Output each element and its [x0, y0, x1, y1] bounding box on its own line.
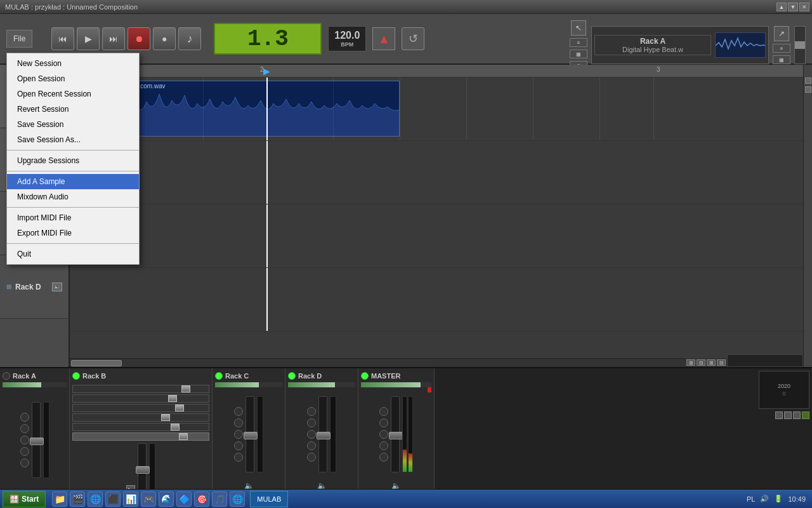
menu-item-open-recent-session[interactable]: Open Recent Session [7, 86, 139, 102]
track-item-rack-d[interactable]: ⊞ Rack D 🔈 [0, 255, 69, 319]
menu-item-save-session[interactable]: Save Session [7, 117, 139, 132]
taskbar-icon-gamepad[interactable]: 🎮 [141, 491, 156, 507]
taskbar-icon-wave[interactable]: 🌊 [159, 491, 174, 507]
taskbar-icon-ps[interactable]: 🎯 [194, 491, 209, 507]
scroll-zoom-3[interactable]: ⊞ [707, 359, 716, 366]
ch-fader-b[interactable] [138, 443, 147, 494]
ch-fader-knob-d[interactable] [317, 432, 331, 439]
mixer-ctrl-2[interactable] [784, 411, 792, 419]
menu-item-new-session[interactable]: New Session [7, 56, 139, 71]
b-slider-5[interactable] [72, 423, 209, 431]
rack-ctrl-2[interactable]: ▦ [570, 50, 587, 58]
ch-btn-m5[interactable] [379, 453, 388, 462]
menu-item-open-session[interactable]: Open Session [7, 71, 139, 86]
ch-btn-a1[interactable] [20, 413, 29, 422]
rack-nav-right-btn[interactable]: ↗ [774, 26, 789, 41]
record-button[interactable]: ⏺ [128, 27, 150, 50]
mixer-ctrl-3[interactable] [793, 411, 801, 419]
metronome-button[interactable]: ♪ [178, 27, 201, 50]
taskbar-icon-explorer[interactable]: 📁 [52, 491, 67, 507]
scrollbar-thumb[interactable] [71, 360, 122, 366]
b-slider-2[interactable] [72, 394, 209, 403]
ch-power-master[interactable] [361, 372, 369, 380]
ch-btn-m1[interactable] [379, 407, 388, 416]
b-slider-master-thumb[interactable] [179, 433, 188, 440]
ch-btn-c3[interactable] [234, 430, 243, 439]
ch-btn-d5[interactable] [307, 453, 316, 462]
zoom-out-btn[interactable] [805, 86, 811, 93]
ch-fader-knob-c[interactable] [244, 432, 258, 439]
ch-fader-knob-master[interactable] [389, 432, 403, 439]
scroll-zoom-4[interactable]: ⊟ [717, 359, 726, 366]
ch-fader-c[interactable] [246, 396, 254, 472]
rack-ctrl-1[interactable]: ≡ [570, 38, 587, 47]
close-button[interactable]: ✕ [799, 3, 809, 11]
taskbar-icon-music[interactable]: 🎵 [212, 491, 227, 507]
taskbar-active-window[interactable]: MULAB [250, 491, 288, 507]
taskbar-icon-firefox[interactable]: 🌐 [88, 491, 103, 507]
menu-item-quit[interactable]: Quit [7, 246, 139, 262]
taskbar-icon-browser[interactable]: 🌐 [230, 491, 245, 507]
maximize-button[interactable]: ▼ [788, 3, 798, 11]
ch-btn-m3[interactable] [379, 430, 388, 439]
ch-btn-c2[interactable] [234, 418, 243, 427]
b-slider-thumb-1[interactable] [181, 385, 190, 392]
minimize-button[interactable]: ▲ [776, 3, 787, 11]
scroll-zoom-2[interactable]: ⊟ [697, 359, 705, 366]
menu-item-export-midi[interactable]: Export MIDI File [7, 225, 139, 241]
menu-item-import-midi[interactable]: Import MIDI File [7, 210, 139, 225]
ch-btn-d3[interactable] [307, 430, 316, 439]
horizontal-scrollbar[interactable] [70, 358, 727, 367]
menu-item-save-session-as[interactable]: Save Session As... [7, 132, 139, 147]
ch-power-d[interactable] [288, 372, 296, 380]
ch-btn-c1[interactable] [234, 407, 243, 416]
b-slider-thumb-4[interactable] [161, 414, 170, 421]
b-slider-1[interactable] [72, 385, 209, 393]
ch-btn-a2[interactable] [20, 424, 29, 433]
ch-btn-a5[interactable] [20, 458, 29, 467]
ch-btn-d2[interactable] [307, 418, 316, 427]
menu-item-revert-session[interactable]: Revert Session [7, 102, 139, 117]
ch-fader-master[interactable] [391, 396, 400, 472]
track-mute-d[interactable]: 🔈 [52, 283, 62, 291]
b-slider-master[interactable] [72, 432, 209, 441]
ch-btn-a4[interactable] [20, 447, 29, 456]
ch-fader-knob-a[interactable] [30, 438, 44, 445]
ch-btn-m4[interactable] [379, 441, 388, 450]
play-button[interactable]: ▶ [77, 27, 100, 50]
ch-btn-c5[interactable] [234, 453, 243, 462]
ch-fader-d[interactable] [318, 396, 327, 472]
loop-icon[interactable]: ↺ [402, 27, 424, 50]
taskbar-icon-diamond[interactable]: 🔷 [176, 491, 192, 507]
taskbar-sound-icon[interactable]: 🔊 [760, 495, 769, 503]
menu-item-mixdown-audio[interactable]: Mixdown Audio [7, 189, 139, 204]
ch-fader-a[interactable] [32, 402, 41, 478]
file-menu-button[interactable]: File [6, 30, 32, 48]
b-slider-3[interactable] [72, 404, 209, 412]
forward-button[interactable]: ⏭ [102, 27, 125, 50]
ch-btn-d1[interactable] [307, 407, 316, 416]
b-slider-thumb-3[interactable] [175, 404, 184, 411]
ch-btn-a3[interactable] [20, 436, 29, 444]
menu-item-add-sample[interactable]: Add A Sample [7, 174, 139, 189]
loop-toggle-button[interactable]: ● [153, 27, 176, 50]
ch-btn-c4[interactable] [234, 441, 243, 450]
ch-btn-m2[interactable] [379, 418, 388, 427]
bpm-value[interactable]: 120.0 [334, 30, 360, 41]
mixer-ctrl-1[interactable] [775, 411, 783, 419]
b-slider-thumb-5[interactable] [171, 424, 180, 431]
ch-power-a[interactable] [3, 372, 10, 380]
metronome-icon[interactable]: ▲ [372, 27, 395, 50]
ch-btn-d4[interactable] [307, 441, 316, 450]
menu-item-upgrade-sessions[interactable]: Upgrade Sessions [7, 153, 139, 168]
b-slider-4[interactable] [72, 413, 209, 422]
mixer-ctrl-4[interactable] [802, 411, 809, 419]
taskbar-icon-calc[interactable]: 📊 [123, 491, 138, 507]
ch-power-b[interactable] [72, 372, 80, 380]
start-button[interactable]: 🪟 Start [3, 491, 46, 507]
zoom-in-btn[interactable] [805, 77, 811, 84]
ch-fader-knob-b[interactable] [136, 466, 150, 474]
rack-ctrl-r1[interactable]: ≡ [773, 44, 790, 53]
volume-slider-right[interactable] [794, 26, 806, 64]
taskbar-icon-ae[interactable]: 🎬 [70, 491, 85, 507]
